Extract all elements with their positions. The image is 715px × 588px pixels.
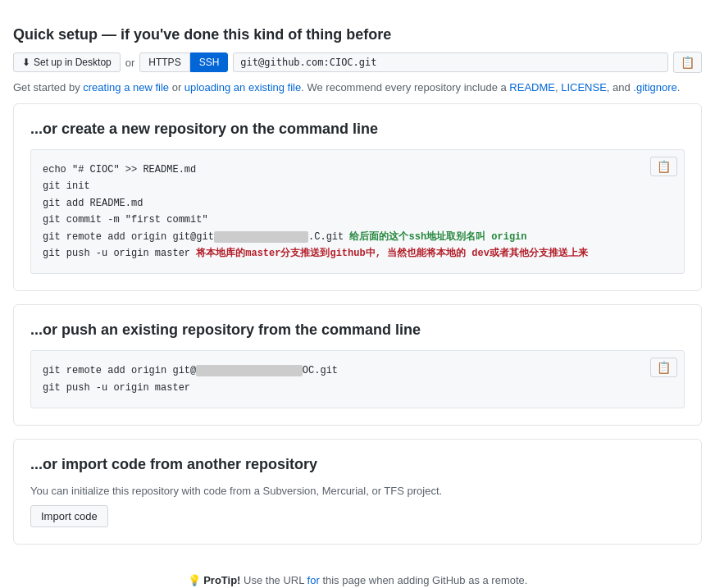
- import-repo-title: ...or import code from another repositor…: [30, 456, 685, 473]
- code-line-2: git init: [43, 178, 672, 194]
- protocol-group: HTTPS SSH: [139, 52, 228, 72]
- repo-url-input[interactable]: [233, 52, 668, 72]
- or-text: or: [125, 57, 135, 69]
- upload-file-link[interactable]: uploading an existing file: [184, 81, 301, 93]
- readme-link[interactable]: README: [509, 81, 555, 93]
- copy-create-repo-button[interactable]: 📋: [650, 157, 677, 176]
- push-repo-code-block: 📋 git remote add origin git@xxxxxxxxxxxx…: [30, 350, 685, 408]
- push-code-line-1: git remote add origin git@xxxxxxxxxxxxxx…: [43, 362, 672, 379]
- copy-url-button[interactable]: 📋: [673, 52, 702, 73]
- import-description: You can initialize this repository with …: [30, 485, 685, 497]
- desktop-icon: ⬇: [22, 57, 30, 68]
- protip-section: 💡 ProTip! Use the URL for this page when…: [13, 558, 702, 588]
- info-text: Get started by creating a new file or up…: [13, 81, 702, 93]
- protip-label: ProTip!: [203, 574, 240, 586]
- license-link[interactable]: LICENSE: [561, 81, 607, 93]
- push-repo-title: ...or push an existing repository from t…: [30, 321, 685, 339]
- setup-desktop-label: Set up in Desktop: [34, 57, 112, 68]
- code-line-1: echo "# CIOC" >> README.md: [43, 162, 672, 178]
- push-repo-section: ...or push an existing repository from t…: [13, 304, 702, 426]
- import-code-button[interactable]: Import code: [30, 505, 108, 527]
- code-line-6: git push -u origin master 将本地库的master分支推…: [43, 245, 672, 262]
- url-bar: ⬇ Set up in Desktop or HTTPS SSH 📋: [13, 52, 702, 73]
- ssh-button[interactable]: SSH: [190, 52, 229, 72]
- code-line-5: git remote add origin git@gitxxxxxxxxxxx…: [43, 229, 672, 245]
- gitignore-link[interactable]: .gitignore: [633, 81, 676, 93]
- copy-push-repo-button[interactable]: 📋: [650, 358, 677, 377]
- code-line-3: git add README.md: [43, 195, 672, 212]
- create-repo-title: ...or create a new repository on the com…: [30, 121, 685, 138]
- setup-desktop-button[interactable]: ⬇ Set up in Desktop: [13, 52, 121, 72]
- quick-setup-title: Quick setup — if you've done this kind o…: [13, 26, 702, 43]
- create-repo-code-block: 📋 echo "# CIOC" >> README.md git init gi…: [30, 149, 685, 274]
- push-code-line-2: git push -u origin master: [43, 380, 672, 396]
- create-repo-section: ...or create a new repository on the com…: [13, 103, 702, 291]
- lightbulb-icon: 💡: [188, 574, 201, 586]
- https-button[interactable]: HTTPS: [139, 52, 189, 72]
- create-file-link[interactable]: creating a new file: [83, 81, 169, 93]
- code-line-4: git commit -m "first commit": [43, 212, 672, 228]
- import-repo-section: ...or import code from another repositor…: [13, 439, 702, 545]
- clipboard-icon: 📋: [681, 56, 695, 69]
- protip-url-link[interactable]: for: [307, 574, 320, 586]
